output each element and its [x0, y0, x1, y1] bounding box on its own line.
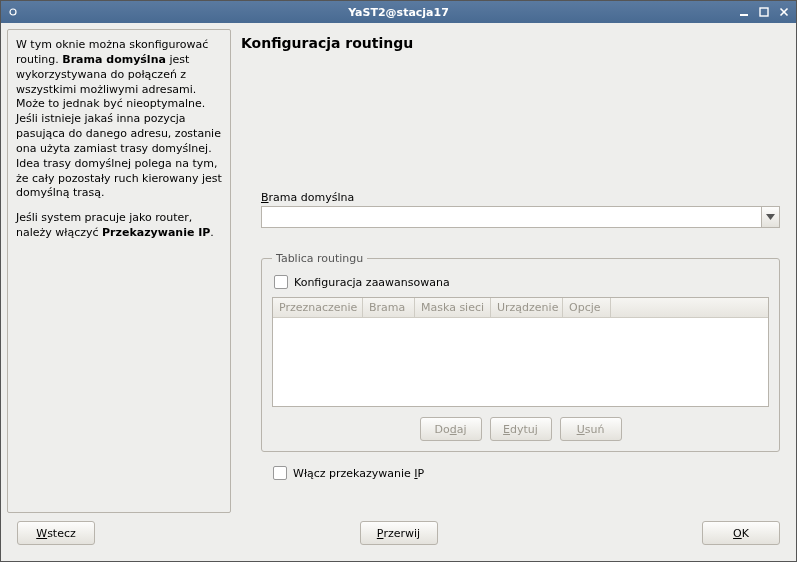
abort-button[interactable]: Przerwij	[360, 521, 438, 545]
content-area: W tym oknie można skonfigurować routing.…	[7, 29, 790, 513]
back-button[interactable]: Wstecz	[17, 521, 95, 545]
window: YaST2@stacja17 W tym oknie można skonfig…	[0, 0, 797, 562]
window-menu-icon[interactable]	[5, 4, 21, 20]
routing-buttons: Dodaj Edytuj Usuń	[272, 417, 769, 441]
footer: Wstecz Przerwij OK	[7, 513, 790, 555]
page-title: Konfiguracja routingu	[241, 35, 786, 51]
maximize-icon[interactable]	[756, 4, 772, 20]
advanced-config-checkbox[interactable]	[274, 275, 288, 289]
help-paragraph: Jeśli system pracuje jako router, należy…	[16, 211, 222, 241]
help-text: jest wykorzystywana do połączeń z wszyst…	[16, 53, 222, 200]
routing-table-legend: Tablica routingu	[272, 252, 367, 265]
add-button: Dodaj	[420, 417, 482, 441]
advanced-config-label: Konfiguracja zaawansowana	[294, 276, 450, 289]
minimize-icon[interactable]	[736, 4, 752, 20]
ok-button[interactable]: OK	[702, 521, 780, 545]
routing-table-group: Tablica routingu Konfiguracja zaawansowa…	[261, 252, 780, 452]
ip-forwarding-row: Włącz przekazywanie IP	[273, 466, 786, 480]
edit-button: Edytuj	[490, 417, 552, 441]
window-body: W tym oknie można skonfigurować routing.…	[1, 23, 796, 561]
col-netmask[interactable]: Maska sieci	[415, 298, 491, 317]
close-icon[interactable]	[776, 4, 792, 20]
svg-point-0	[10, 9, 16, 15]
default-gateway-label: Brama domyślna	[261, 191, 780, 204]
ip-forwarding-label: Włącz przekazywanie IP	[293, 467, 424, 480]
help-text-bold: Brama domyślna	[62, 53, 166, 66]
help-text: .	[210, 226, 214, 239]
help-pane: W tym oknie można skonfigurować routing.…	[7, 29, 231, 513]
col-spacer	[611, 298, 768, 317]
col-gateway[interactable]: Brama	[363, 298, 415, 317]
svg-rect-2	[760, 8, 768, 16]
routing-table[interactable]: Przeznaczenie Brama Maska sieci Urządzen…	[272, 297, 769, 407]
col-destination[interactable]: Przeznaczenie	[273, 298, 363, 317]
main-pane: Konfiguracja routingu Brama domyślna Tab…	[237, 29, 790, 513]
advanced-config-row: Konfiguracja zaawansowana	[274, 275, 769, 289]
ip-forwarding-checkbox[interactable]	[273, 466, 287, 480]
titlebar: YaST2@stacja17	[1, 1, 796, 23]
default-gateway-combo[interactable]	[261, 206, 780, 228]
default-gateway-field: Brama domyślna	[261, 191, 780, 228]
help-paragraph: W tym oknie można skonfigurować routing.…	[16, 38, 222, 201]
window-title: YaST2@stacja17	[348, 6, 449, 19]
col-device[interactable]: Urządzenie	[491, 298, 563, 317]
svg-rect-1	[740, 14, 748, 16]
routing-table-header: Przeznaczenie Brama Maska sieci Urządzen…	[273, 298, 768, 318]
help-text-bold: Przekazywanie IP	[102, 226, 210, 239]
delete-button: Usuń	[560, 417, 622, 441]
routing-table-body	[273, 318, 768, 406]
default-gateway-input[interactable]	[262, 207, 761, 227]
chevron-down-icon[interactable]	[761, 207, 779, 227]
col-options[interactable]: Opcje	[563, 298, 611, 317]
